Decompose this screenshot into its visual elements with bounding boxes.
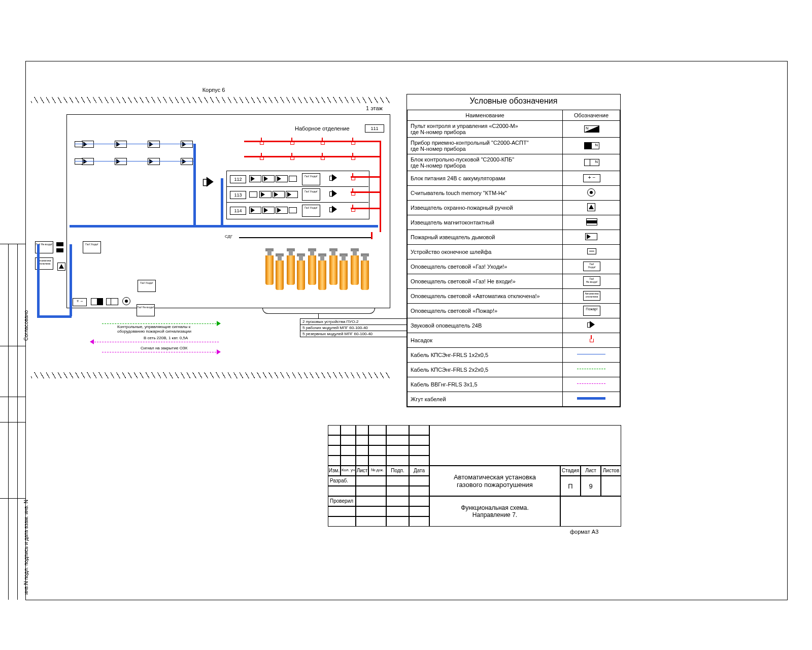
smoke-icon [115,141,127,148]
room-number-114: 114 [230,207,246,215]
cylinder-icon [286,248,296,286]
legend-symbol [563,333,620,348]
smoke-icon [148,158,160,165]
rev-h-sign: Подп. [386,466,409,476]
legend-row: Кабель КПСЭнг-FRLS 1x2x0,5 [408,348,620,363]
legend-row: Извещатель магнитоконтактный [408,215,620,230]
terminator-icon [249,191,257,198]
smoke-icon [262,207,275,214]
legend-row: Жгут кабелей [408,392,620,407]
role-check: Проверил [328,496,356,506]
col-stage: Стадия [560,466,581,476]
sheet-title: Функциональная схема. Направление 7. [429,496,560,527]
legend-symbol: N [563,121,620,138]
format-label: формат А3 [570,529,598,535]
cylinder-icon [350,248,360,286]
legend-name: Считыватель touch memory "КТМ-Нк" [408,186,563,201]
project-title: Автоматическая установка газового пожаро… [429,466,560,496]
cylinder-icon [317,253,327,291]
stage-val: П [560,476,581,496]
legend-name: Пульт контроля и управления «С2000-М» гд… [408,121,563,138]
smoke-icon [249,175,261,182]
smoke-icon [82,158,94,165]
legend-name: Насадок [408,333,563,348]
legend-row: Блок питания 24В с аккумуляторами+ − [408,171,620,186]
smoke-icon [276,207,288,214]
rev-h-doc: № док. [368,466,386,476]
cylinder-icon [307,248,317,286]
col-sheet: Лист [581,466,601,476]
legend-name: Пожарный извещатель дымовой [408,230,563,245]
legend-header-symbol: Обозначение [563,110,620,121]
cylinder-icon [339,253,349,291]
smoke-icon [115,158,127,165]
legend-symbol [563,377,620,392]
terminator-icon [75,141,83,147]
smoke-icon [181,158,193,165]
legend-symbol [563,201,620,215]
smoke-icon [262,175,275,182]
cylinder-icon [264,248,275,286]
rev-h-date: Дата [409,466,429,476]
legend-name: Оповещатель световой «Пожар!» [408,304,563,318]
rev-h-kol: Кол. уч [341,466,356,476]
nozzle-icon [290,138,294,145]
nozzle-icon [290,153,294,160]
legend-row: Кабель ВВГнг-FRLS 3x1,5 [408,377,620,392]
psu-icon: + − [73,298,87,306]
outer-frame: Корпус 6 1 этаж Наборное отделение 111 [25,61,788,600]
room-title: Наборное отделение [295,125,350,132]
smoke-icon [181,141,193,148]
legend-symbol: N [563,154,620,171]
legend-name: Кабель ВВГнг-FRLS 3x1,5 [408,377,563,392]
room-number-112: 112 [230,175,246,183]
legend-row: Пожарный извещатель дымовой [408,230,620,245]
nozzle-icon [259,138,263,145]
cylinder-icon [360,253,370,291]
rev-h-izm: Изм. [328,466,341,476]
legend-title: Условные обозначения [407,94,620,110]
smoke-icon [276,175,288,182]
signal-power-label: В сеть 220В, 1 кат. 0,5А [144,336,188,340]
page: Согласовано инв.N подл. подпись и дата в… [0,0,812,650]
room-number-111: 111 [365,124,384,133]
cylinder-icon [328,248,339,286]
speaker-icon [329,206,337,213]
sheet-val: 9 [581,476,601,496]
legend-symbol [563,318,620,333]
c2000-kpb-icon [106,298,118,305]
legend-symbol: Газ!Не входи! [563,274,620,289]
nozzle-icon [320,138,324,145]
signal-control-label: Контрольные, управляющие сигналы к обору… [117,324,219,334]
legend-row: Насадок [408,333,620,348]
legend: Условные обозначения Наименование Обозна… [407,94,621,407]
smoke-icon [259,191,272,198]
legend-name: Жгут кабелей [408,392,563,407]
legend-row: Оповещатель световой «Газ! Уходи!»Газ!Ух… [408,259,620,274]
legend-symbol [563,392,620,407]
legend-name: Оповещатель световой «Газ! Не входи!» [408,274,563,289]
room-number-113: 113 [230,191,246,199]
legend-symbol [563,363,620,377]
legend-symbol [563,230,620,245]
speaker-icon [203,177,214,187]
legend-row: Считыватель touch memory "КТМ-Нк" [408,186,620,201]
smoke-icon [273,191,285,198]
smoke-icon [82,141,94,148]
legend-row: Оповещатель световой «Автоматика отключе… [408,289,620,304]
legend-name: Кабель КПСЭнг-FRLS 1x2x0,5 [408,348,563,363]
signal-ozk-label: Сигнал на закрытие ОЗК [141,346,187,350]
legend-table: Наименование Обозначение Пульт контроля … [407,110,620,407]
nozzle-icon [320,153,324,160]
legend-row: Прибор приемно-контрольный "С2000-АСПТ" … [408,138,620,154]
legend-row: Оповещатель световой «Пожар!»Пожар! [408,304,620,318]
building-label: Корпус 6 [163,87,264,93]
floor-label: 1 этаж [366,105,383,111]
signal-control-line [102,323,219,324]
terminator-icon [289,176,297,182]
legend-name: Кабель КПСЭнг-FRLS 2x2x0,5 [408,363,563,377]
rev-h-list: Лист [356,466,368,476]
brace-icon [262,308,375,314]
terminator-icon [289,207,297,213]
sign-leave-icon: Газ! Уходи! [83,241,101,253]
